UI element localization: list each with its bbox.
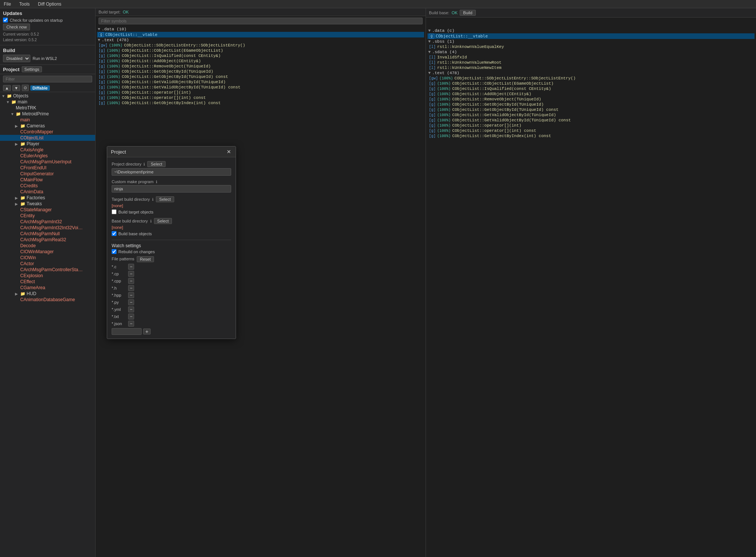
base-build-select-button[interactable]: Select <box>154 218 172 224</box>
sym-left-2[interactable]: [g] (100%) CObjectList::IsQualified(cons… <box>97 53 424 58</box>
sym-right-5[interactable]: [g] (100%) CObjectList::GetObjectById(TU… <box>427 102 755 107</box>
tree-item-cobjectlist[interactable]: CObjectList <box>0 135 95 141</box>
sym-left-9[interactable]: [g] (100%) CObjectList::operator[](int) <box>97 90 424 95</box>
sym-right-3[interactable]: [g] (100%) CObjectList::AddObject(CEntit… <box>427 91 755 97</box>
project-settings-button[interactable]: Settings <box>22 66 42 72</box>
dialog-close-button[interactable]: ✕ <box>226 149 232 155</box>
tree-item-cinputgenerator[interactable]: CInputGenerator <box>0 171 95 177</box>
tree-item-player[interactable]: ▶ 📁 Player <box>0 141 95 147</box>
sym-left-10[interactable]: [g] (100%) CObjectList::operator[](int) … <box>97 95 424 100</box>
menu-tools[interactable]: Tools <box>18 1 31 7</box>
sym-right-10[interactable]: [g] (100%) CObjectList::operator[](int) … <box>427 128 755 133</box>
tree-item-canimationdatabasegame[interactable]: CAnimationDatabaseGame <box>0 297 95 303</box>
custom-make-input[interactable] <box>112 185 231 193</box>
remove-pattern-json[interactable]: − <box>128 321 134 327</box>
filter-btn[interactable]: ⊙ <box>22 85 29 91</box>
tree-item-cameras[interactable]: ▶ 📁 Cameras <box>0 123 95 129</box>
tree-item-carchmsgparmnull[interactable]: CArchMsgParmNull <box>0 231 95 237</box>
sym-right-6[interactable]: [g] (100%) CObjectList::GetObjectById(TU… <box>427 107 755 112</box>
tree-item-metroidprime[interactable]: ▼ 📁 MetroidPrime <box>0 111 95 117</box>
sym-left-0[interactable]: [gw] (100%) CObjectList::SObjectListEntr… <box>97 43 424 48</box>
tree-item-carchmsgparmint32int32[interactable]: CArchMsgParmInt32Int32Voi… <box>0 225 95 231</box>
reset-patterns-button[interactable]: Reset <box>137 256 154 262</box>
sym-left-6[interactable]: [g] (100%) CObjectList::GetObjectById(TU… <box>97 74 424 79</box>
remove-pattern-h[interactable]: − <box>128 285 134 291</box>
section-sbss-right[interactable]: ▼.sbss (1) <box>427 39 755 44</box>
custom-make-info-icon[interactable]: ℹ <box>156 180 157 184</box>
sym-right-11[interactable]: [g] (100%) CObjectList::GetObjectByIndex… <box>427 133 755 139</box>
build-button[interactable]: Build <box>460 10 475 16</box>
remove-pattern-c[interactable]: − <box>128 264 134 270</box>
section-text-right[interactable]: ▼.text (478) <box>427 70 755 76</box>
tree-item-centity[interactable]: CEntity <box>0 213 95 219</box>
tree-item-carchmsgparmreal32[interactable]: CArchMsgParmReal32 <box>0 237 95 243</box>
remove-pattern-cp[interactable]: − <box>128 271 134 277</box>
remove-pattern-py[interactable]: − <box>128 299 134 305</box>
sym-left-1[interactable]: [g] (100%) CObjectList::CObjectList(EGam… <box>97 48 424 53</box>
project-dir-info-icon[interactable]: ℹ <box>143 162 145 166</box>
sym-left-5[interactable]: [g] (100%) CObjectList::GetObjectById(TU… <box>97 69 424 74</box>
tree-item-cmainflow[interactable]: CMainFlow <box>0 177 95 183</box>
build-base-objects-checkbox[interactable] <box>112 231 117 236</box>
tree-item-cgamearea[interactable]: CGameArea <box>0 285 95 291</box>
sym-right-8[interactable]: [g] (100%) CObjectList::GetValidObjectBy… <box>427 118 755 123</box>
check-startup-checkbox[interactable] <box>3 18 8 22</box>
sym-right-sbss-0[interactable]: [l] rstl::kUnknownValueEqualKey <box>427 44 755 49</box>
symbol-cobjectlist-vtable-left[interactable]: g CObjectList::__vtable <box>97 32 424 37</box>
target-build-info-icon[interactable]: ℹ <box>152 197 154 202</box>
section-text-left[interactable]: ▼.text (478) <box>97 37 424 43</box>
tree-item-hud[interactable]: ▶📁HUD <box>0 291 95 297</box>
sym-right-sdata-1[interactable]: [l] rstl::kUnknownValueNewRoot <box>427 60 755 65</box>
tree-item-canimdata[interactable]: CAnimData <box>0 189 95 195</box>
tree-item-ceulerangles[interactable]: CEulerAngles <box>0 153 95 159</box>
tree-item-carchmsgparmcontroller[interactable]: CArchMsgParmControllerSta… <box>0 267 95 273</box>
remove-pattern-yml[interactable]: − <box>128 306 134 312</box>
sym-right-1[interactable]: [g] (100%) CObjectList::CObjectList(EGam… <box>427 81 755 86</box>
sym-right-sdata-0[interactable]: [l] InvalidSfxId <box>427 55 755 60</box>
tree-item-tweaks[interactable]: ▶📁Tweaks <box>0 201 95 207</box>
sym-left-8[interactable]: [g] (100%) CObjectList::GetValidObjectBy… <box>97 85 424 90</box>
sym-left-11[interactable]: [g] (100%) CObjectList::GetObjectByIndex… <box>97 100 424 106</box>
sym-right-sdata-2[interactable]: [l] rstl::kUnknownValueNewItem <box>427 65 755 70</box>
section-sdata-right[interactable]: ▼.sdata (4) <box>427 49 755 55</box>
project-dir-input[interactable] <box>112 168 231 176</box>
remove-pattern-hpp[interactable]: − <box>128 292 134 298</box>
target-build-select-button[interactable]: Select <box>156 196 174 202</box>
menu-diff-options[interactable]: Diff Options <box>36 1 63 7</box>
filter-symbols-left[interactable] <box>99 18 423 24</box>
project-dir-select-button[interactable]: Select <box>147 161 166 167</box>
tree-item-ceffect[interactable]: CEffect <box>0 279 95 285</box>
build-mode-select[interactable]: Disabled <box>3 55 30 62</box>
tree-item-cstatemanager[interactable]: CStateManager <box>0 207 95 213</box>
tree-item-ccredits[interactable]: CCredits <box>0 183 95 189</box>
remove-pattern-cpp[interactable]: − <box>128 278 134 284</box>
section-data-left[interactable]: ▼.data (10) <box>97 27 424 32</box>
sym-left-7[interactable]: [g] (100%) CObjectList::GetValidObjectBy… <box>97 79 424 85</box>
sym-left-4[interactable]: [g] (100%) CObjectList::RemoveObject(TUn… <box>97 64 424 69</box>
tree-item-ccontrolmapper[interactable]: CControlMapper <box>0 129 95 135</box>
sym-right-4[interactable]: [g] (100%) CObjectList::RemoveObject(TUn… <box>427 97 755 102</box>
expand-all-button[interactable]: ▼ <box>12 85 20 91</box>
project-filter-input[interactable] <box>3 76 92 82</box>
section-data-right[interactable]: ▼.data (c) <box>427 28 755 33</box>
collapse-all-button[interactable]: ▲ <box>3 85 11 91</box>
remove-pattern-txt[interactable]: − <box>128 314 134 320</box>
sym-right-2[interactable]: [g] (100%) CObjectList::IsQualified(cons… <box>427 86 755 91</box>
symbol-cobjectlist-vtable-right[interactable]: g CObjectList::__vtable <box>427 33 755 39</box>
sym-right-0[interactable]: [gw] (100%) CObjectList::SObjectListEntr… <box>427 76 755 81</box>
tree-item-cexplosion[interactable]: CExplosion <box>0 273 95 279</box>
sym-left-3[interactable]: [g] (100%) CObjectList::AddObject(CEntit… <box>97 58 424 64</box>
tree-item-cfrontendui[interactable]: CFrontEndUI <box>0 165 95 171</box>
build-target-objects-checkbox[interactable] <box>112 209 117 214</box>
tree-item-metrotrk[interactable]: MetroTRK <box>0 105 95 111</box>
tree-item-carchmsgparmint32[interactable]: CArchMsgParmInt32 <box>0 219 95 225</box>
add-pattern-input[interactable] <box>112 328 142 335</box>
rebuild-on-changes-checkbox[interactable] <box>112 249 117 254</box>
tree-item-carchmsgparmuserinput[interactable]: CArchMsgParmUserInput <box>0 159 95 165</box>
tree-item-ciowin[interactable]: CIOWin <box>0 255 95 261</box>
tree-item-factories[interactable]: ▶📁Factories <box>0 195 95 201</box>
add-pattern-button[interactable]: + <box>143 329 151 334</box>
tree-item-objects[interactable]: ▼ 📁 Objects <box>0 93 95 99</box>
tree-item-ciowinmanager[interactable]: CIOWinManager <box>0 249 95 255</box>
tree-item-caxisangle[interactable]: CAxisAngle <box>0 147 95 153</box>
